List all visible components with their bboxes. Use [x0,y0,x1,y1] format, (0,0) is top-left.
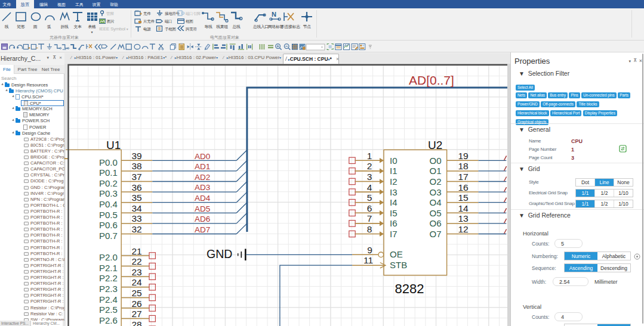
svg-text:O0: O0 [430,156,442,166]
svg-text:5: 5 [367,193,372,203]
svg-text:P0.1: P0.1 [99,167,118,178]
svg-text:O2: O2 [430,176,442,187]
svg-text:STB: STB [390,260,407,270]
svg-text:I2: I2 [390,176,398,187]
svg-text:AD5: AD5 [195,204,210,213]
svg-text:6: 6 [367,203,372,213]
svg-text:11: 11 [363,255,373,265]
svg-text:P2.1: P2.1 [99,263,118,273]
svg-text:34: 34 [131,203,142,213]
svg-text:N: N [272,11,276,18]
svg-text:28: 28 [131,319,141,326]
svg-text:32: 32 [131,224,141,234]
svg-text:O5: O5 [430,208,442,218]
svg-text:P0.3: P0.3 [99,188,118,198]
svg-text:AD4: AD4 [195,194,211,203]
svg-text:39: 39 [131,151,141,161]
svg-text:P0.7: P0.7 [99,231,118,241]
svg-text:15: 15 [458,193,468,203]
svg-text:P2.3: P2.3 [99,284,118,294]
svg-text:I4: I4 [390,197,398,207]
svg-text:GND: GND [207,247,232,260]
svg-text:21: 21 [131,246,141,256]
svg-text:13: 13 [458,213,468,223]
svg-text:37: 37 [131,172,141,182]
svg-text:16: 16 [458,182,468,193]
svg-text:U1: U1 [106,139,121,151]
svg-text:27: 27 [131,309,141,319]
svg-text:P0.0: P0.0 [99,157,118,167]
svg-text:O4: O4 [430,197,442,207]
svg-text:33: 33 [131,213,141,223]
svg-text:2: 2 [367,161,372,171]
svg-text:OE: OE [390,249,403,259]
svg-text:36: 36 [131,182,141,193]
svg-text:25: 25 [131,288,141,298]
svg-text:O7: O7 [430,229,442,239]
svg-text:35: 35 [131,193,141,203]
svg-text:I0: I0 [390,156,398,166]
svg-text:23: 23 [131,267,141,277]
svg-text:AD1: AD1 [195,162,210,171]
svg-text:14: 14 [458,203,469,213]
svg-text:12: 12 [458,224,468,234]
svg-text:AD0: AD0 [195,152,210,161]
svg-text:19: 19 [458,151,468,161]
svg-text:P2.6: P2.6 [99,315,118,325]
svg-text:24: 24 [131,277,142,287]
svg-text:P0.6: P0.6 [99,220,118,230]
svg-text:7: 7 [367,213,372,223]
svg-text:4: 4 [367,182,372,193]
svg-text:P2.2: P2.2 [99,273,118,283]
svg-text:26: 26 [131,299,141,309]
svg-text:AD3: AD3 [195,183,210,192]
svg-text:9: 9 [367,245,372,255]
svg-text:I6: I6 [390,218,398,228]
svg-text:1: 1 [367,151,372,161]
svg-text:O6: O6 [430,218,442,228]
svg-text:22: 22 [131,256,141,266]
svg-text:3: 3 [367,172,372,182]
svg-text:I3: I3 [390,187,398,197]
svg-text:8: 8 [367,224,372,234]
svg-text:O3: O3 [430,187,442,197]
svg-text:P2.4: P2.4 [99,294,118,305]
svg-text:P0.5: P0.5 [99,210,118,220]
svg-text:U2: U2 [428,139,442,151]
svg-text:18: 18 [458,161,468,171]
svg-text:I5: I5 [390,208,398,218]
svg-text:O1: O1 [430,166,442,176]
svg-text:P2.0: P2.0 [99,252,118,262]
svg-text:AD7: AD7 [195,225,210,234]
svg-text:AD6: AD6 [195,215,210,223]
svg-text:P0.4: P0.4 [99,199,118,209]
svg-text:P0.2: P0.2 [99,178,118,188]
svg-text:38: 38 [131,161,141,171]
svg-text:17: 17 [458,172,468,182]
svg-text:I1: I1 [390,166,398,176]
svg-text:AD2: AD2 [195,173,210,182]
svg-text:P2.5: P2.5 [99,305,118,315]
svg-text:8282: 8282 [395,281,424,296]
svg-text:I7: I7 [390,229,398,239]
svg-text:AD[0..7]: AD[0..7] [409,73,454,87]
